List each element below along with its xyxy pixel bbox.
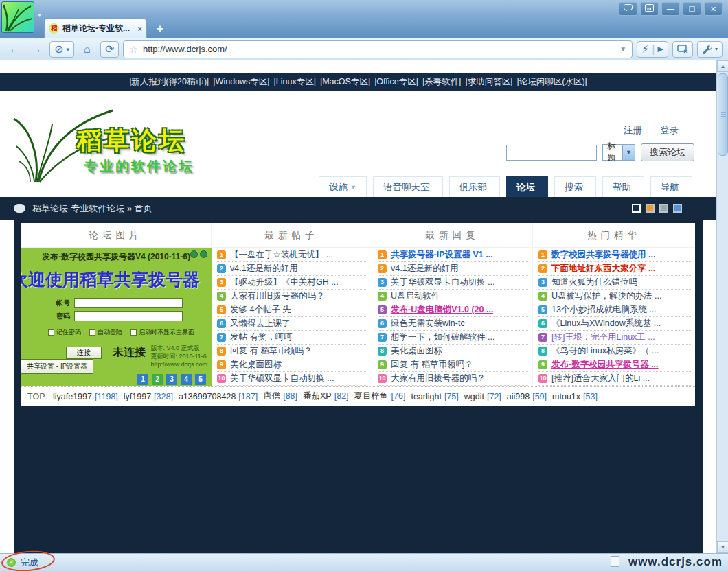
post-link[interactable]: 回复 有 稻草币领吗？ [391,359,473,371]
address-bar[interactable]: ☆ ▼ [123,40,633,58]
post-link[interactable]: 数字校园共享拨号器使用 ... [551,249,655,261]
top-user[interactable]: aii998[59] [507,392,547,401]
top-user[interactable]: 唐僧[88] [263,391,297,402]
top-menu-item[interactable]: |新人报到(得20稻币)| [129,76,209,88]
image-pager: 1 2 3 4 5 [137,374,206,385]
refresh-button[interactable]: ⟳ [100,41,119,58]
post-link[interactable]: 又懒得去上课了 [230,318,291,329]
maximize-button[interactable]: ☐ [683,2,701,16]
vertical-scrollbar[interactable]: ▲ ▼ [716,60,728,553]
snap-window-icon[interactable] [640,2,659,16]
post-link[interactable]: 大家有用旧拨号器的吗？ [391,373,486,384]
forum-tab[interactable]: 语音聊天室 [373,176,443,197]
post-link[interactable]: 发布-U盘电脑锁V1.0 (20 ... [391,304,493,316]
post-link[interactable]: 【驱动升级】《中关村GH ... [230,277,339,288]
pager-number[interactable]: 2 [152,374,163,385]
forum-search-input[interactable] [506,145,597,161]
minimize-button[interactable]: — [661,2,680,16]
post-link[interactable]: 共享拨号器-IP设置器 V1 ... [391,249,493,261]
post-link[interactable]: 《鸟哥的Linux私房菜》（ ... [551,345,659,357]
scroll-up-icon[interactable]: ▲ [717,60,728,72]
forum-tab[interactable]: 导航 [650,176,692,197]
search-category-select[interactable]: 标题 ▼ [602,144,635,161]
post-link[interactable]: 回复 有 稻草币领吗？ [230,345,312,357]
pager-number[interactable]: 1 [137,374,148,385]
style-square-button[interactable] [646,204,655,213]
home-button[interactable]: ⌂ [78,43,96,56]
forum-tab[interactable]: 搜索 [554,176,596,197]
top-menu-item[interactable]: |Linux专区| [274,76,316,88]
post-link[interactable]: U盘被写保护，解决的办法 ... [551,290,661,302]
tab-close-icon[interactable]: × [138,25,142,33]
snip-button[interactable] [672,41,693,58]
post-link[interactable]: 关于华硕双显卡自动切换 ... [391,277,494,288]
pager-number[interactable]: 5 [195,374,206,385]
top-menu-item[interactable]: |杀毒软件| [422,76,462,88]
forum-tab[interactable]: 帮助 [602,176,644,197]
browser-tab[interactable]: 稻 稻草论坛-专业软... × [44,18,147,38]
app-logo-icon[interactable] [1,1,34,33]
bookmark-star-icon[interactable]: ☆ [129,44,138,55]
top-user[interactable]: a13699708428[187] [179,392,258,401]
url-input[interactable] [143,44,615,54]
top-user[interactable]: lyf1997[328] [124,392,173,401]
post-link[interactable]: [推荐]适合大家入门的Li ... [551,373,650,384]
close-button[interactable]: ✕ [704,2,723,16]
forward-button[interactable]: → [27,43,45,56]
post-link[interactable]: 下面地址好东西大家分享 ... [551,263,655,275]
tools-wrench-button[interactable]: ▾ [697,41,723,58]
register-link[interactable]: 注册 [624,124,642,137]
post-link[interactable]: 想学一下，如何破解软件 ... [391,331,494,343]
scrollbar-thumb[interactable] [718,73,728,156]
new-tab-button[interactable]: + [152,22,168,36]
forum-tab[interactable]: 俱乐部 [449,176,501,197]
top-user[interactable]: 夏目梓鱼[76] [354,391,406,402]
lightning-icon[interactable]: ⚡ [641,43,649,56]
top-menu-item[interactable]: |论坛闲聊区(水区)| [517,76,587,88]
play-icon[interactable]: ▶ [658,45,663,54]
post-link[interactable]: [转]王垠：完全用Linux工 ... [551,331,655,343]
pager-number[interactable]: 3 [166,374,177,385]
post-link[interactable]: 发够 4个帖子 先 [230,304,291,316]
top-user[interactable]: liyafe1997[1198] [53,392,118,401]
login-link[interactable]: 登录 [660,124,679,137]
style-square-button[interactable] [632,204,641,213]
post-link[interactable]: 绿色无需安装win-tc [391,318,465,329]
forum-picture[interactable]: 发布-数字校园共享拨号器V4 (2010-11-6) 欢迎使用稻草共享拨号器 帐… [21,248,212,386]
top-user[interactable]: mtou1x[53] [552,392,598,401]
post-link[interactable]: 【一盘在手☆装机无忧】 ... [230,249,333,261]
style-square-button[interactable] [659,204,668,213]
post-link[interactable]: 知道火狐为什么错位吗 [551,277,637,288]
post-link[interactable]: v4.1还是新的好用 [230,263,298,275]
post-link[interactable]: 美化桌面图标 [230,359,282,371]
top-user[interactable]: 番茄XP[82] [303,391,349,402]
post-link[interactable]: 发布-数字校园共享拨号器 ... [551,359,659,371]
post-link[interactable]: 发帖 有奖，呵呵 [230,331,293,343]
top-menu-item[interactable]: |Office专区| [374,76,418,88]
top-user[interactable]: tearlight[75] [411,392,458,401]
top-menu-item[interactable]: |Windows专区| [213,76,269,88]
forum-tab[interactable]: 论坛 [506,176,548,197]
pager-number[interactable]: 4 [181,374,192,385]
post-link[interactable]: 关于华硕双显卡自动切换 ... [230,373,334,384]
forum-tab[interactable]: 设施 ▼ [319,176,367,197]
post-link[interactable]: 大家有用旧拨号器的吗？ [230,290,325,302]
history-button[interactable]: ⊘ ▾ [49,41,74,58]
post-link[interactable]: U盘启动软件 [391,290,440,302]
scroll-down-icon[interactable]: ▼ [717,541,728,553]
feedback-icon[interactable] [619,2,637,16]
post-link[interactable]: v4.1还是新的好用 [391,263,459,275]
rank-badge: 6 [378,319,387,328]
quick-launch-group[interactable]: ⚡ | ▶ [637,41,668,58]
app-menu-caret-icon[interactable]: ▾ [38,11,41,19]
url-dropdown-icon[interactable]: ▼ [619,45,626,53]
post-link[interactable]: 《Linux与XWindow系统基 ... [551,318,661,329]
back-button[interactable]: ← [5,43,23,56]
top-menu-item[interactable]: |MacOS专区| [320,76,370,88]
post-link[interactable]: 美化桌面图标 [391,345,442,357]
search-forum-button[interactable]: 搜索论坛 [641,143,694,161]
post-link[interactable]: 13个小妙招成就电脑系统 ... [551,304,657,316]
top-user[interactable]: wgdit[72] [464,392,501,401]
top-menu-item[interactable]: |求助问答区| [466,76,513,88]
style-square-button[interactable] [673,204,682,213]
